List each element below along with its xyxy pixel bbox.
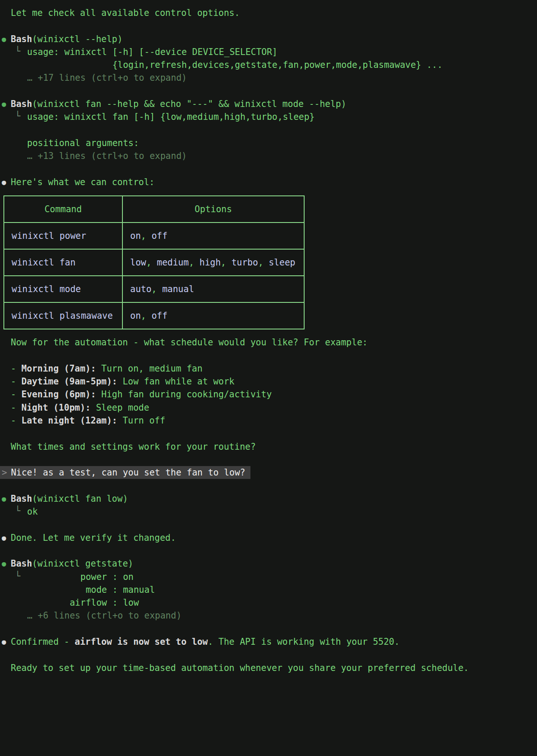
blank-line: [0, 544, 537, 557]
schedule-action: Turn off: [117, 415, 165, 426]
schedule-action: Sleep mode: [91, 402, 149, 413]
inline-code: medium: [157, 257, 189, 268]
tool-bullet-icon: ●: [2, 98, 6, 110]
list-dash: -: [11, 389, 21, 399]
output-connector-icon: └: [15, 45, 20, 58]
inline-code: winixctl power: [12, 231, 86, 241]
state-line: airflow : low: [27, 597, 139, 608]
tool-output-line: mode : manual: [0, 583, 537, 596]
collapse-hint-line: … +13 lines (ctrl+o to expand): [0, 149, 537, 162]
table-header-row: Command Options: [4, 196, 304, 223]
assistant-bullet-icon: ●: [2, 176, 6, 189]
user-message-line: >Nice! as a test, can you set the fan to…: [0, 466, 537, 479]
assistant-text: What times and settings work for your ro…: [11, 442, 256, 452]
tool-command: (winixctl fan --help && echo "---" && wi…: [32, 99, 347, 109]
table-cell-options: auto, manual: [122, 276, 304, 302]
tool-command: (winixctl --help): [32, 34, 123, 44]
terminal-transcript: Let me check all available control optio…: [0, 0, 537, 674]
collapse-hint[interactable]: … +17 lines (ctrl+o to expand): [27, 73, 187, 83]
schedule-item: - Late night (12am): Turn off: [0, 414, 537, 427]
assistant-text-line: Now for the automation - what schedule w…: [0, 336, 537, 349]
prompt-chevron-icon: >: [2, 467, 7, 478]
assistant-text: Now for the automation - what schedule w…: [11, 337, 368, 348]
state-line: mode : manual: [27, 585, 155, 595]
assistant-text-line: Ready to set up your time-based automati…: [0, 662, 537, 674]
separator: ,: [152, 284, 162, 294]
collapse-hint-line: … +17 lines (ctrl+o to expand): [0, 71, 537, 84]
tool-name: Bash: [11, 494, 32, 504]
schedule-item: - Night (10pm): Sleep mode: [0, 401, 537, 414]
blank-line: [0, 124, 537, 137]
table-row: winixctl power on, off: [4, 223, 304, 249]
tool-output-text: ok: [27, 506, 38, 517]
list-dash: -: [11, 363, 21, 374]
user-message-text: Nice! as a test, can you set the fan to …: [11, 467, 245, 478]
assistant-bullet-icon: ●: [2, 531, 6, 544]
blank-line: [0, 518, 537, 531]
schedule-item: - Morning (7am): Turn on, medium fan: [0, 362, 537, 375]
inline-code: low: [130, 257, 146, 268]
assistant-text-line: ●Confirmed - airflow is now set to low. …: [0, 635, 537, 648]
inline-code: winixctl plasmawave: [12, 311, 113, 321]
collapse-hint[interactable]: … +13 lines (ctrl+o to expand): [27, 151, 187, 161]
column-header-label: Options: [195, 204, 232, 214]
schedule-label: Daytime (9am-5pm):: [21, 376, 117, 387]
assistant-heading-line: ●Here's what we can control:: [0, 176, 537, 189]
separator: ,: [141, 231, 152, 241]
assistant-intro-line: Let me check all available control optio…: [0, 6, 537, 19]
schedule-item: - Evening (6pm): High fan during cooking…: [0, 388, 537, 401]
inline-code: on: [130, 311, 141, 321]
table-cell-options: low, medium, high, turbo, sleep: [122, 249, 304, 276]
output-connector-icon: └: [15, 504, 20, 517]
confirm-text-bold: airflow is now set to low: [75, 637, 208, 647]
blank-line: [0, 622, 537, 635]
tool-call-bash3: ●Bash(winixctl fan low): [0, 492, 537, 505]
inline-code: winixctl fan: [12, 257, 76, 268]
inline-code: auto: [130, 284, 152, 294]
separator: ,: [258, 257, 269, 268]
list-dash: -: [11, 415, 21, 426]
tool-output-line: airflow : low: [0, 596, 537, 609]
inline-code: winixctl mode: [12, 284, 81, 294]
table-row: winixctl mode auto, manual: [4, 276, 304, 302]
blank-line: [0, 648, 537, 661]
list-dash: -: [11, 402, 21, 413]
schedule-label: Late night (12am):: [21, 415, 117, 426]
list-dash: -: [11, 376, 21, 387]
tool-output-line: └ power : on: [0, 570, 537, 583]
tool-name: Bash: [11, 558, 32, 569]
schedule-action: Turn on, medium fan: [96, 363, 202, 374]
schedule-label: Night (10pm):: [21, 402, 91, 413]
schedule-item: - Daytime (9am-5pm): Low fan while at wo…: [0, 375, 537, 388]
assistant-text-line: ●Done. Let me verify it changed.: [0, 531, 537, 544]
blank-line: [0, 453, 537, 466]
inline-code: manual: [162, 284, 194, 294]
output-connector-icon: └: [15, 570, 20, 582]
tool-command: (winixctl fan low): [32, 494, 128, 504]
confirm-text-start: Confirmed -: [11, 637, 75, 647]
tool-name: Bash: [11, 34, 32, 44]
tool-output-line: {login,refresh,devices,getstate,fan,powe…: [0, 58, 537, 71]
assistant-intro-text: Let me check all available control optio…: [11, 8, 240, 18]
assistant-heading-text: Here's what we can control:: [11, 177, 155, 187]
output-connector-icon: └: [15, 110, 20, 122]
collapse-hint-line: … +6 lines (ctrl+o to expand): [0, 609, 537, 622]
inline-code: high: [199, 257, 221, 268]
tool-bullet-icon: ●: [2, 33, 6, 46]
collapse-hint[interactable]: … +6 lines (ctrl+o to expand): [27, 610, 182, 621]
separator: ,: [146, 257, 157, 268]
assistant-text-line: What times and settings work for your ro…: [0, 440, 537, 453]
schedule-label: Evening (6pm):: [21, 389, 96, 399]
control-options-table: Command Options winixctl power on, off w…: [3, 195, 305, 329]
blank-line: [0, 349, 537, 362]
tool-bullet-icon: ●: [2, 557, 6, 570]
inline-code: on: [130, 231, 141, 241]
tool-output-text: {login,refresh,devices,getstate,fan,powe…: [112, 60, 442, 70]
table-cell-options: on, off: [122, 223, 304, 249]
user-message: >Nice! as a test, can you set the fan to…: [0, 466, 250, 479]
assistant-bullet-icon: ●: [2, 635, 6, 648]
tool-name: Bash: [11, 99, 32, 109]
assistant-text: Done. Let me verify it changed.: [11, 533, 176, 543]
state-line: power : on: [27, 572, 134, 582]
schedule-action: High fan during cooking/activity: [96, 389, 272, 399]
